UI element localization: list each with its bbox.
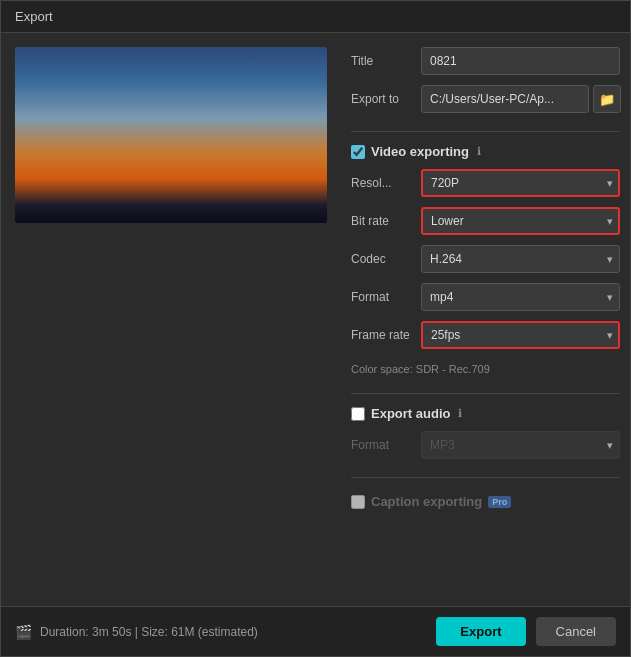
resolution-label: Resol... xyxy=(351,176,421,190)
codec-row: Codec H.264 H.265 VP9 xyxy=(351,245,620,273)
dialog-body: Title Export to 📁 Video exporting ℹ xyxy=(1,33,630,606)
video-info-icon: ℹ xyxy=(477,145,481,158)
pro-badge: Pro xyxy=(488,496,511,508)
title-label: Title xyxy=(351,54,421,68)
audio-format-select-wrapper: MP3 AAC WAV xyxy=(421,431,620,459)
format-select[interactable]: mp4 mov avi mkv xyxy=(421,283,620,311)
resolution-row: Resol... 720P 1080P 480P 4K xyxy=(351,169,620,197)
preview-image xyxy=(15,47,327,223)
title-row: Title xyxy=(351,47,620,75)
preview-area xyxy=(1,33,341,606)
caption-export-checkbox[interactable] xyxy=(351,495,365,509)
title-input[interactable] xyxy=(421,47,620,75)
video-section-title: Video exporting xyxy=(371,144,469,159)
audio-section-header: Export audio ℹ xyxy=(351,406,620,421)
video-export-checkbox[interactable] xyxy=(351,145,365,159)
footer-info: 🎬 Duration: 3m 50s | Size: 61M (estimate… xyxy=(15,624,258,640)
caption-row: Caption exporting Pro xyxy=(351,494,620,509)
folder-icon: 📁 xyxy=(599,92,615,107)
codec-select[interactable]: H.264 H.265 VP9 xyxy=(421,245,620,273)
export-to-label: Export to xyxy=(351,92,421,106)
framerate-select[interactable]: 25fps 24fps 30fps 60fps xyxy=(421,321,620,349)
audio-export-checkbox[interactable] xyxy=(351,407,365,421)
export-button[interactable]: Export xyxy=(436,617,525,646)
export-dialog: Export Title Export to 📁 xyxy=(0,0,631,657)
bitrate-select-wrapper: Lower Medium Higher xyxy=(421,207,620,235)
divider-2 xyxy=(351,393,620,394)
bitrate-label: Bit rate xyxy=(351,214,421,228)
audio-format-row: Format MP3 AAC WAV xyxy=(351,431,620,459)
dialog-footer: 🎬 Duration: 3m 50s | Size: 61M (estimate… xyxy=(1,606,630,656)
footer-buttons: Export Cancel xyxy=(436,617,616,646)
divider-3 xyxy=(351,477,620,478)
codec-select-wrapper: H.264 H.265 VP9 xyxy=(421,245,620,273)
resolution-select[interactable]: 720P 1080P 480P 4K xyxy=(421,169,620,197)
export-to-row: Export to 📁 xyxy=(351,85,620,113)
codec-label: Codec xyxy=(351,252,421,266)
bitrate-select[interactable]: Lower Medium Higher xyxy=(421,207,620,235)
audio-section-title: Export audio xyxy=(371,406,450,421)
framerate-label: Frame rate xyxy=(351,328,421,342)
divider-1 xyxy=(351,131,620,132)
audio-format-label: Format xyxy=(351,438,421,452)
format-row: Format mp4 mov avi mkv xyxy=(351,283,620,311)
resolution-select-wrapper: 720P 1080P 480P 4K xyxy=(421,169,620,197)
footer-duration-text: Duration: 3m 50s | Size: 61M (estimated) xyxy=(40,625,258,639)
bitrate-row: Bit rate Lower Medium Higher xyxy=(351,207,620,235)
footer-video-icon: 🎬 xyxy=(15,624,32,640)
framerate-row: Frame rate 25fps 24fps 30fps 60fps xyxy=(351,321,620,349)
audio-format-select[interactable]: MP3 AAC WAV xyxy=(421,431,620,459)
dialog-title: Export xyxy=(15,9,53,24)
settings-area: Title Export to 📁 Video exporting ℹ xyxy=(341,33,630,606)
dialog-titlebar: Export xyxy=(1,1,630,33)
video-section-header: Video exporting ℹ xyxy=(351,144,620,159)
cancel-button[interactable]: Cancel xyxy=(536,617,616,646)
format-select-wrapper: mp4 mov avi mkv xyxy=(421,283,620,311)
format-label: Format xyxy=(351,290,421,304)
colorspace-text: Color space: SDR - Rec.709 xyxy=(351,363,620,375)
folder-button[interactable]: 📁 xyxy=(593,85,621,113)
framerate-select-wrapper: 25fps 24fps 30fps 60fps xyxy=(421,321,620,349)
export-path-input[interactable] xyxy=(421,85,589,113)
audio-info-icon: ℹ xyxy=(458,407,462,420)
caption-title: Caption exporting xyxy=(371,494,482,509)
